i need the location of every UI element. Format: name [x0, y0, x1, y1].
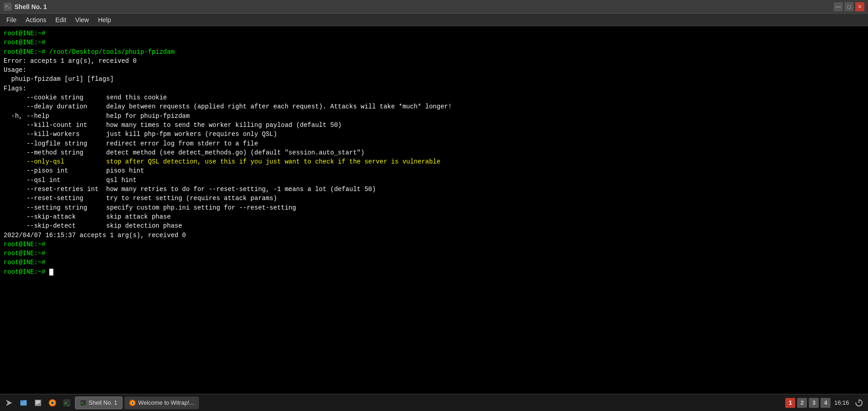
- terminal-line: Error: accepts 1 arg(s), received 0: [4, 56, 864, 65]
- terminal-line: -h, --help help for phuip-fpizdam: [4, 112, 864, 121]
- terminal-line: --delay duration delay between requests …: [4, 102, 864, 111]
- menu-help[interactable]: Help: [94, 14, 116, 25]
- terminal-line: 2022/04/07 16:15:37 accepts 1 arg(s), re…: [4, 231, 864, 240]
- menubar: File Actions Edit View Help: [0, 14, 868, 26]
- svg-point-16: [132, 402, 133, 404]
- terminal-line: --skip-detect skip detection phase: [4, 221, 864, 230]
- time-display: 16:16: [834, 399, 849, 406]
- terminal-line: root@INE:~#: [4, 258, 864, 267]
- workspace-2-badge[interactable]: 2: [797, 398, 807, 408]
- terminal-output: root@INE:~#root@INE:~#root@INE:~# /root/…: [0, 26, 868, 394]
- taskbar-right: 1 2 3 4 16:16: [785, 397, 865, 409]
- terminal-line: --kill-workers just kill php-fpm workers…: [4, 130, 864, 139]
- close-button[interactable]: ✕: [855, 2, 864, 11]
- power-icon[interactable]: [853, 397, 865, 409]
- terminal-line: --setting string specify custom php.ini …: [4, 203, 864, 212]
- terminal-line: root@INE:~# /root/Desktop/tools/phuip-fp…: [4, 47, 864, 56]
- terminal-line: --pisos int pisos hint: [4, 166, 864, 175]
- taskbar-witrap-button[interactable]: Welcome to Witrap!...: [124, 397, 199, 409]
- menu-file[interactable]: File: [2, 14, 21, 25]
- terminal-icon: >_: [4, 3, 12, 11]
- terminal-line: Flags:: [4, 84, 864, 93]
- maximize-button[interactable]: □: [844, 2, 854, 11]
- witrap-btn-label: Welcome to Witrap!...: [138, 399, 194, 406]
- terminal-line: root@INE:~#: [4, 29, 864, 38]
- taskbar-icon-text[interactable]: [32, 397, 44, 409]
- terminal-line: --only-qsl stop after QSL detection, use…: [4, 157, 864, 166]
- terminal-line: root@INE:~#: [4, 249, 864, 258]
- menu-view[interactable]: View: [71, 14, 94, 25]
- minimize-button[interactable]: —: [834, 2, 843, 11]
- taskbar-icon-firefox[interactable]: [46, 397, 59, 409]
- titlebar: >_ Shell No. 1 — □ ✕: [0, 0, 868, 14]
- terminal-line: --cookie string send this cookie: [4, 93, 864, 102]
- terminal-line: --method string detect method (see detec…: [4, 148, 864, 157]
- cursor: [49, 269, 53, 276]
- taskbar-icon-arrow[interactable]: [3, 397, 15, 409]
- terminal-line: root@INE:~#: [4, 38, 864, 47]
- terminal-line: --qsl int qsl hint: [4, 176, 864, 185]
- titlebar-left: >_ Shell No. 1: [4, 3, 47, 11]
- titlebar-controls: — □ ✕: [834, 2, 864, 11]
- shell-btn-label: Shell No. 1: [89, 399, 118, 406]
- taskbar-shell-button[interactable]: >_ Shell No. 1: [75, 397, 123, 409]
- workspace-4-badge[interactable]: 4: [821, 398, 830, 408]
- terminal-line: --logfile string redirect error log from…: [4, 139, 864, 148]
- svg-point-9: [51, 402, 54, 404]
- terminal-line: phuip-fpizdam [url] [flags]: [4, 75, 864, 84]
- menu-actions[interactable]: Actions: [21, 14, 51, 25]
- titlebar-title: Shell No. 1: [14, 3, 47, 10]
- terminal-line: Usage:: [4, 65, 864, 75]
- svg-rect-2: [20, 400, 24, 402]
- terminal-line: --skip-attack skip attack phase: [4, 212, 864, 221]
- terminal-line: --kill-count int how many times to send …: [4, 121, 864, 130]
- taskbar: >_ >_ Shell No. 1 Welcome to Witrap!... …: [0, 394, 868, 411]
- terminal-line: root@INE:~#: [4, 240, 864, 249]
- taskbar-icon-terminal[interactable]: >_: [61, 397, 73, 409]
- svg-rect-3: [35, 400, 41, 406]
- workspace-1-badge[interactable]: 1: [785, 398, 795, 408]
- terminal-line: root@INE:~#: [4, 267, 864, 276]
- terminal-line: --reset-retries int how many retries to …: [4, 185, 864, 194]
- svg-marker-0: [6, 400, 12, 406]
- svg-text:>_: >_: [64, 401, 70, 406]
- taskbar-icon-files[interactable]: [17, 397, 30, 409]
- terminal-line: --reset-setting try to reset setting (re…: [4, 194, 864, 203]
- workspace-3-badge[interactable]: 3: [809, 398, 819, 408]
- menu-edit[interactable]: Edit: [51, 14, 71, 25]
- svg-text:>_: >_: [81, 401, 85, 405]
